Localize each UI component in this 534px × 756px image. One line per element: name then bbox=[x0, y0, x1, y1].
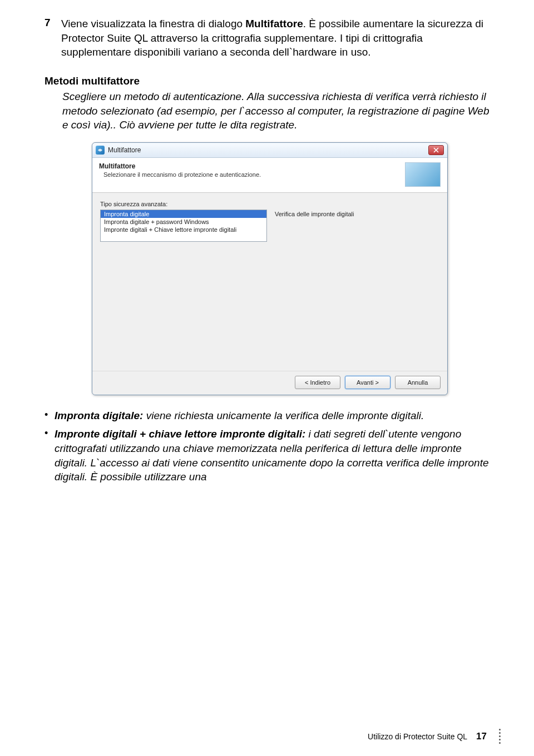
back-button[interactable]: < Indietro bbox=[295, 376, 340, 389]
fingerprint-banner-icon bbox=[405, 162, 441, 187]
list-item[interactable]: Impronte digitali + Chiave lettore impro… bbox=[101, 226, 266, 233]
next-button[interactable]: Avanti > bbox=[345, 376, 390, 389]
step-bold: Multifattore bbox=[245, 18, 303, 29]
titlebar-title: Multifattore bbox=[108, 146, 141, 154]
dialog-header-subtitle: Selezionare il meccanismo di protezione … bbox=[99, 171, 405, 178]
list-item[interactable]: Impronta digitale + password Windows bbox=[101, 218, 266, 226]
dialog-header-title: Multifattore bbox=[99, 162, 405, 170]
dialog-header: Multifattore Selezionare il meccanismo d… bbox=[92, 158, 447, 193]
step-number: 7 bbox=[44, 17, 61, 59]
multifattore-dialog: Multifattore Multifattore Selezionare il… bbox=[92, 142, 448, 395]
close-icon bbox=[433, 147, 439, 153]
footer-dots-icon bbox=[499, 729, 501, 744]
step-text-before: Viene visualizzata la finestra di dialog… bbox=[61, 18, 245, 29]
bullet-icon: • bbox=[44, 409, 55, 423]
page-number: 17 bbox=[476, 731, 487, 742]
bullet-text: Impronta digitale: viene richiesta unica… bbox=[55, 409, 424, 423]
section-title: Metodi multifattore bbox=[44, 75, 495, 87]
app-icon bbox=[96, 146, 105, 155]
bullet-icon: • bbox=[44, 427, 55, 484]
verification-description: Verifica delle impronte digitali bbox=[275, 210, 354, 242]
security-type-listbox[interactable]: Impronta digitale Impronta digitale + pa… bbox=[100, 210, 267, 242]
bullet-lead: Impronte digitali + chiave lettore impro… bbox=[55, 428, 305, 440]
section-body: Scegliere un metodo di autenticazione. A… bbox=[62, 89, 495, 132]
list-item[interactable]: Impronta digitale bbox=[101, 210, 266, 218]
cancel-button[interactable]: Annulla bbox=[395, 376, 441, 389]
footer-text: Utilizzo di Protector Suite QL bbox=[368, 732, 467, 741]
page-footer: Utilizzo di Protector Suite QL 17 bbox=[368, 729, 501, 744]
step-text: Viene visualizzata la finestra di dialog… bbox=[61, 17, 495, 59]
dialog-body: Tipo sicurezza avanzata: Impronta digita… bbox=[92, 193, 447, 371]
list-label: Tipo sicurezza avanzata: bbox=[100, 201, 439, 207]
titlebar[interactable]: Multifattore bbox=[92, 143, 447, 158]
bullet-lead: Impronta digitale: bbox=[55, 410, 143, 421]
dialog-footer: < Indietro Avanti > Annulla bbox=[92, 371, 447, 395]
bullet-text: Impronte digitali + chiave lettore impro… bbox=[55, 427, 495, 484]
close-button[interactable] bbox=[428, 145, 444, 155]
bullet-rest: viene richiesta unicamente la verifica d… bbox=[143, 410, 424, 421]
